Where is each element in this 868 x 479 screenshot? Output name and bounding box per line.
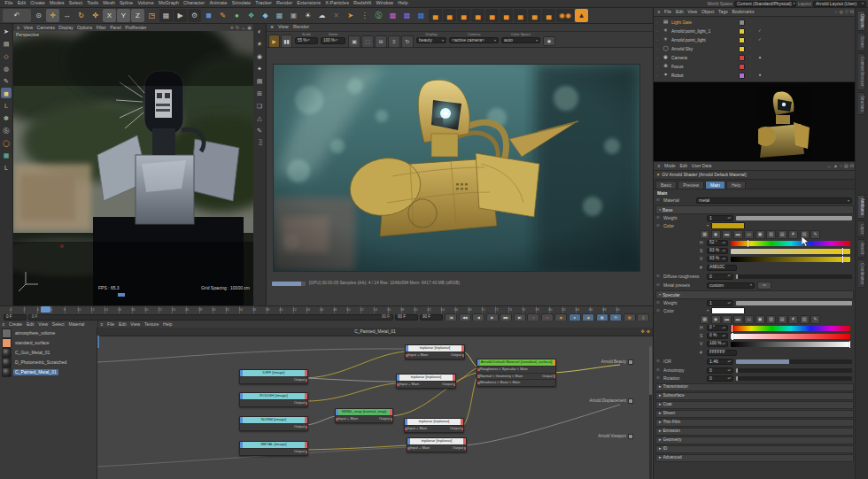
- base-val-slider[interactable]: [731, 257, 850, 262]
- toolbar-disabled-tool-icon[interactable]: ✕: [329, 9, 343, 22]
- object-visibility-dots[interactable]: ∶: [747, 73, 754, 78]
- picker-mode-icon-2[interactable]: ▬: [722, 230, 732, 239]
- toolbar-scale-icon[interactable]: ↔: [60, 9, 74, 22]
- ipr-star-icon[interactable]: ✦: [254, 63, 265, 73]
- node-port-out[interactable]: [306, 379, 308, 382]
- toolbar-add-cube-icon[interactable]: ◼: [202, 9, 215, 22]
- menu-character[interactable]: Character: [181, 1, 206, 6]
- object-visibility-dots[interactable]: ∶: [747, 20, 754, 25]
- node-port-out[interactable]: [461, 428, 464, 431]
- object-expand-icon[interactable]: –: [656, 29, 660, 33]
- side-edit-pen-icon[interactable]: ✎: [1, 75, 12, 86]
- picker-mode-icon-1[interactable]: ◉: [711, 230, 721, 239]
- material-menu-material[interactable]: Material: [66, 322, 87, 327]
- viewport-menu-prorender[interactable]: ProRender: [123, 26, 149, 30]
- section-advanced[interactable]: ▸Advanced: [655, 454, 854, 462]
- om-menu-edit[interactable]: Edit: [674, 10, 686, 14]
- diffuse-roughness-field[interactable]: 0▴▾: [707, 274, 733, 280]
- side-shade-sphere-icon[interactable]: ◍: [1, 63, 12, 73]
- specular-val-slider[interactable]: [731, 342, 850, 347]
- object-item-light-gate[interactable]: –▤Light Gate∶: [654, 18, 856, 27]
- toolbar-arnold-3-icon[interactable]: ▄: [457, 9, 470, 22]
- toolbar-arnold-5-icon[interactable]: ▄: [485, 9, 499, 22]
- menu-tools[interactable]: Tools: [85, 1, 101, 6]
- tab-help[interactable]: Help: [726, 181, 746, 189]
- object-visibility-dots[interactable]: ∶: [747, 56, 754, 60]
- object-layer-chip[interactable]: [739, 73, 745, 79]
- picker-mode-icon-8[interactable]: #: [788, 230, 798, 239]
- specular-val-field[interactable]: 100 %▴▾: [707, 341, 728, 347]
- picker-mode-icon-5[interactable]: ▣: [756, 315, 765, 324]
- anim-dot-icon[interactable]: ⊙: [656, 274, 661, 279]
- toolbar-floor-icon[interactable]: ▣: [287, 9, 300, 22]
- picker-mode-icon-0[interactable]: ▦: [700, 315, 709, 324]
- attr-header-icon-0[interactable]: ←: [827, 164, 832, 168]
- om-menu-burger-icon[interactable]: ≡: [655, 10, 663, 14]
- object-tag-icon[interactable]: ✓: [756, 29, 764, 34]
- anim-dot-icon[interactable]: ⊙: [656, 368, 661, 373]
- om-menu-bookmarks[interactable]: Bookmarks: [730, 10, 756, 14]
- material-menu-select[interactable]: Select: [50, 322, 66, 327]
- toolbar-arnold-render-icon[interactable]: ▲: [575, 9, 588, 22]
- material-menu-edit[interactable]: Edit: [25, 322, 36, 327]
- toolbar-lock-y-icon[interactable]: Y: [117, 9, 130, 22]
- menu-extensions[interactable]: Extensions: [295, 1, 323, 6]
- material-item-d-photometric-scratched[interactable]: D_Photometric_Scratched: [0, 358, 97, 367]
- vertical-tab-content-browser[interactable]: Content Browser: [858, 53, 865, 90]
- current-frame-field[interactable]: 0 F: [4, 314, 27, 321]
- viewport-nav-icon-1[interactable]: ↻: [236, 26, 239, 30]
- toolbar-live-selection-icon[interactable]: ⊙: [32, 9, 45, 22]
- viewport-menu-view[interactable]: View: [21, 26, 35, 30]
- node-editor-tab-title[interactable]: C_Painted_Metal_01: [354, 329, 396, 334]
- specular-weight-field[interactable]: 1▴▾: [707, 300, 733, 306]
- menu-render[interactable]: Render: [274, 1, 294, 6]
- ipr-view-button-0[interactable]: ▣: [348, 35, 360, 48]
- om-menu-object[interactable]: Object: [699, 10, 716, 14]
- base-hue-field[interactable]: 52 °▴▾: [707, 240, 728, 246]
- material-type-dropdown[interactable]: metal▾: [696, 197, 852, 204]
- attr-header-icon-3[interactable]: ▤: [844, 164, 849, 168]
- picker-mode-icon-7[interactable]: ▤: [778, 230, 787, 239]
- ipr-camera-lock-icon[interactable]: ◉: [543, 36, 555, 46]
- viewport-menu-cameras[interactable]: Cameras: [35, 26, 57, 30]
- toolbar-plugin-a-icon[interactable]: ▩: [400, 9, 414, 22]
- object-layer-chip[interactable]: [739, 28, 745, 35]
- node-menu-file[interactable]: File: [105, 322, 117, 327]
- attr-header-icon-1[interactable]: ▲: [833, 164, 838, 168]
- object-visibility-dots[interactable]: ∶: [747, 65, 754, 69]
- timeline-playhead[interactable]: [41, 306, 50, 313]
- vertical-tab-coordinates[interactable]: Coordinates: [858, 259, 865, 288]
- specular-hex-field[interactable]: FFFFFF: [707, 350, 737, 356]
- picker-mode-icon-4[interactable]: ▭: [744, 315, 754, 324]
- ipr-view-button-2[interactable]: ⊞: [375, 35, 387, 48]
- section-coat[interactable]: ▸Coat: [655, 401, 854, 409]
- object-expand-icon[interactable]: –: [656, 65, 660, 68]
- ipr-menu-render[interactable]: Render: [291, 25, 311, 30]
- viewport-canvas[interactable]: Perspective FPS : 65.3 Grid Spacing : 10…: [13, 31, 253, 305]
- object-visibility-dots[interactable]: ∶: [747, 47, 754, 51]
- node-menu-burger-icon[interactable]: ≡: [98, 322, 105, 327]
- node-port-out[interactable]: [306, 402, 308, 406]
- node-graph-canvas[interactable]: DIFF [image]OutputROUGH [image]OutputNOR…: [97, 336, 653, 479]
- section-emission[interactable]: ▸Emission: [655, 428, 854, 436]
- toolbar-tool-dots-icon[interactable]: ⋮: [358, 9, 371, 22]
- node-port-in[interactable]: [336, 418, 338, 421]
- end-frame-field-2[interactable]: 90 F: [420, 314, 443, 321]
- tab-main[interactable]: Main: [705, 181, 725, 189]
- anim-dot-icon[interactable]: ⊙: [656, 376, 661, 381]
- graph-output-port[interactable]: [628, 359, 633, 365]
- toolbar-pen-spline-icon[interactable]: ✎: [216, 9, 229, 22]
- toolbar-coord-system-icon[interactable]: ◳: [145, 9, 159, 22]
- object-item-camera[interactable]: –◉Camera∶▲: [654, 53, 856, 62]
- menu-mesh[interactable]: Mesh: [101, 1, 118, 6]
- toolbar-sculpt-icon[interactable]: Ⓢ: [372, 9, 385, 22]
- om-header-icon-2[interactable]: ▽: [845, 10, 849, 14]
- viewport-nav-icon-3[interactable]: ▣: [247, 26, 252, 30]
- node-tri3[interactable]: triplanar [triplanar]Input + MainOutput: [404, 418, 464, 433]
- menu-window[interactable]: Window: [374, 1, 396, 6]
- graph-output-arnold-beauty[interactable]: Arnold Beauty: [601, 359, 633, 365]
- node-port-out[interactable]: [306, 426, 308, 429]
- menu-help[interactable]: Help: [396, 1, 411, 6]
- ipr-grid-plus-icon[interactable]: ⊞: [254, 88, 265, 98]
- toolbar-arnold-1-icon[interactable]: ▄: [429, 9, 442, 22]
